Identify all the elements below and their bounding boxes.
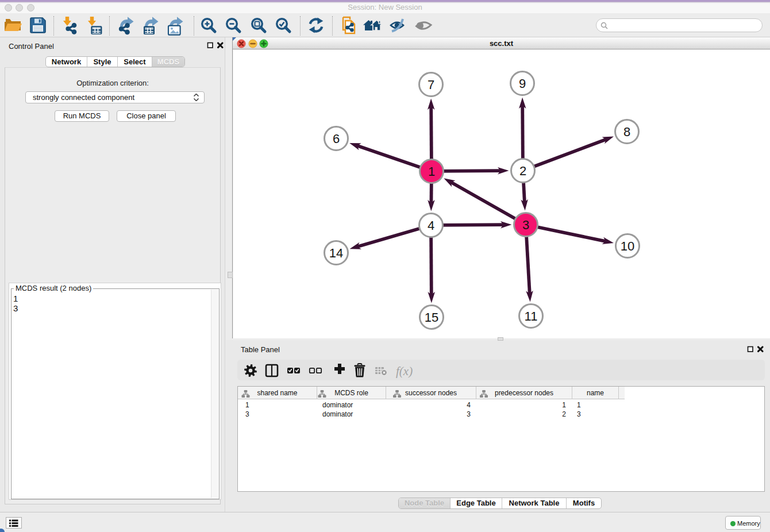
svg-text:14: 14 (329, 246, 343, 260)
svg-text:11: 11 (525, 309, 538, 323)
svg-text:4: 4 (428, 218, 434, 233)
svg-text:8: 8 (623, 125, 630, 139)
svg-text:1: 1 (428, 164, 435, 179)
svg-text:3: 3 (522, 218, 529, 232)
svg-text:15: 15 (425, 310, 438, 325)
svg-text:7: 7 (428, 78, 434, 92)
svg-text:f(x): f(x) (396, 364, 413, 378)
svg-text:9: 9 (519, 76, 526, 91)
svg-text:2: 2 (519, 164, 526, 178)
svg-text:10: 10 (621, 239, 634, 253)
svg-text:6: 6 (333, 132, 340, 146)
